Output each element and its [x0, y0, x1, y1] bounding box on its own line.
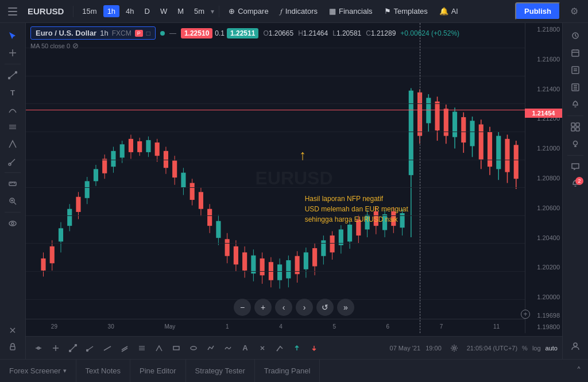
timeframe-m[interactable]: M — [173, 5, 188, 17]
timeframe-5m[interactable]: 5m — [190, 5, 208, 17]
reset-btn[interactable]: ↺ — [316, 299, 334, 316]
text-tool[interactable]: T — [3, 84, 22, 101]
tab-forex-screener[interactable]: Forex Screener ▾ — [0, 360, 76, 382]
expand-chart-icon: □ — [146, 29, 150, 37]
expand-btn[interactable]: » — [337, 299, 354, 316]
text-icon: T — [10, 88, 15, 97]
ma-indicator-label: MA 50 close 0 ⊘ — [30, 41, 79, 50]
hamburger-menu[interactable] — [5, 3, 21, 20]
draw-cross[interactable] — [254, 340, 270, 356]
scroll-left-btn[interactable]: ‹ — [275, 299, 292, 316]
crosshair-tool[interactable] — [3, 45, 22, 61]
fibonacci-tool[interactable] — [3, 119, 22, 135]
publish-button[interactable]: Publish — [515, 2, 560, 20]
draw-path[interactable] — [203, 340, 219, 356]
percent-label[interactable]: % — [522, 345, 528, 352]
draw-gann[interactable] — [151, 340, 167, 356]
watchlist-btn[interactable] — [566, 28, 585, 44]
add-price-line-btn[interactable]: + — [521, 310, 530, 319]
chart-settings-btn[interactable] — [446, 340, 462, 356]
chart-annotation: Hasil laporan NFP negatif USD melemah da… — [305, 194, 408, 225]
svg-rect-77 — [286, 260, 291, 279]
notification-badge: 2 — [575, 177, 583, 185]
draw-extended[interactable] — [99, 340, 115, 356]
draw-arrow-down[interactable] — [306, 340, 322, 356]
timeframe-dropdown[interactable]: ▾ — [211, 7, 214, 16]
tab-strategy-tester[interactable]: Strategy Tester — [186, 360, 255, 382]
financials-btn[interactable]: ▦ Financials — [324, 5, 377, 18]
draw-text-tool[interactable]: A — [237, 340, 253, 356]
user-profile-btn[interactable] — [566, 338, 585, 354]
top-toolbar: EURUSD 15m 1h 4h D W M 5m ▾ ⊕ Compare 𝑓 … — [0, 0, 588, 23]
zoom-in-btn[interactable]: + — [254, 299, 272, 316]
auto-label[interactable]: auto — [546, 345, 558, 352]
templates-btn[interactable]: ⚑ Templates — [380, 5, 432, 18]
separator-1 — [73, 6, 74, 17]
draw-line[interactable] — [65, 340, 81, 356]
drawing-toolbar: A 07 May '21 19:00 21:05:04 (UTC+7) % lo… — [26, 336, 562, 359]
timeframe-15m[interactable]: 15m — [78, 5, 100, 17]
alerts-btn[interactable]: 🔔 Al — [435, 5, 463, 18]
ma-settings-icon[interactable]: ⊘ — [72, 41, 79, 50]
right-sidebar: 2 — [562, 23, 588, 359]
calendar-btn[interactable] — [566, 45, 585, 61]
svg-point-160 — [75, 344, 77, 346]
svg-rect-27 — [67, 209, 72, 226]
draw-cursor[interactable] — [30, 340, 47, 356]
account-settings-btn[interactable]: ⚙ — [565, 2, 583, 21]
timeframe-1h[interactable]: 1h — [103, 5, 119, 17]
time-scale: 29 30 May 1 4 5 6 7 11 — [26, 319, 525, 333]
zoom-out-btn[interactable]: − — [234, 299, 251, 316]
timeframe-w[interactable]: W — [156, 5, 171, 17]
chart-area[interactable]: EURUSD Euro / U.S. Dollar 1h FXCM P □ — … — [26, 23, 562, 333]
alerts-sidebar-btn[interactable] — [566, 97, 585, 113]
indicators-btn[interactable]: 𝑓 Indicators — [276, 5, 322, 18]
draw-measure[interactable] — [272, 340, 288, 356]
draw-crosshair[interactable] — [48, 340, 64, 356]
timeframe-d[interactable]: D — [141, 5, 154, 17]
scroll-right-btn[interactable]: › — [296, 299, 313, 316]
arc-tool[interactable] — [3, 102, 22, 118]
cursor-tool[interactable] — [3, 28, 22, 44]
svg-rect-19 — [10, 346, 15, 350]
log-label[interactable]: log — [532, 345, 541, 352]
annotation-line1: Hasil laporan NFP negatif — [305, 194, 408, 204]
indicators-sidebar-btn[interactable] — [566, 119, 585, 135]
news-btn[interactable] — [566, 62, 585, 78]
ruler-tool[interactable] — [3, 176, 22, 192]
draw-ellipse[interactable] — [185, 340, 202, 356]
close-label: C1.21289 — [366, 29, 396, 37]
draw-trend-channel[interactable] — [117, 340, 133, 356]
notification-btn[interactable]: 2 — [566, 176, 585, 192]
brush-tool[interactable] — [3, 153, 22, 169]
forex-screener-dropdown[interactable]: ▾ — [63, 367, 67, 375]
bottom-expand-btn[interactable]: ˄ — [570, 365, 588, 376]
draw-arrow-up[interactable] — [289, 340, 305, 356]
symbol-name[interactable]: EURUSD — [23, 6, 68, 16]
tab-trading-panel[interactable]: Trading Panel — [255, 360, 320, 382]
hide-drawings-tool[interactable] — [3, 215, 22, 231]
sidebar-separator-1 — [5, 64, 21, 64]
svg-rect-63 — [225, 239, 230, 256]
timeframe-4h[interactable]: 4h — [122, 5, 138, 17]
lock-tool[interactable] — [3, 338, 22, 354]
gann-tool[interactable] — [3, 136, 22, 152]
annotation-line2: USD melemah dan EUR menguat — [305, 204, 408, 214]
draw-wave[interactable] — [220, 340, 236, 356]
ideas-btn[interactable] — [566, 136, 585, 152]
trend-line-tool[interactable] — [3, 67, 22, 83]
delete-tool[interactable] — [3, 322, 22, 338]
chat-btn[interactable] — [566, 159, 585, 175]
draw-fibonacci[interactable] — [134, 340, 150, 356]
draw-rectangle[interactable] — [168, 340, 184, 356]
chart-compare-btn[interactable]: ⊕ Compare — [224, 5, 273, 18]
svg-rect-41 — [129, 139, 133, 152]
svg-line-173 — [277, 350, 278, 351]
tab-pine-editor-label: Pine Editor — [140, 366, 176, 375]
tab-pine-editor[interactable]: Pine Editor — [130, 360, 186, 382]
symbol-info-box[interactable]: Euro / U.S. Dollar 1h FXCM P □ — [30, 26, 156, 40]
zoom-tool[interactable] — [3, 193, 22, 209]
draw-ray[interactable] — [82, 340, 98, 356]
tab-text-notes[interactable]: Text Notes — [76, 360, 130, 382]
data-window-btn[interactable] — [566, 79, 585, 95]
